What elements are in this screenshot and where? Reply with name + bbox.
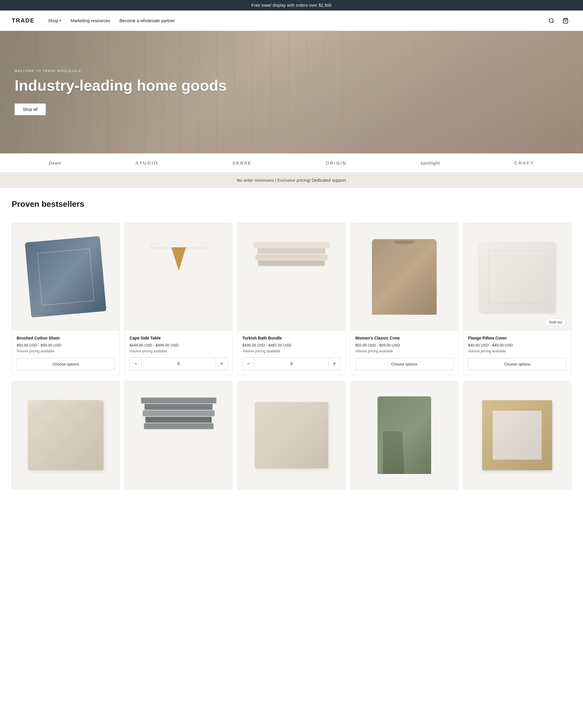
benefits-text: No order minimums | Exclusive pricing| D… [237, 178, 346, 183]
product-name: Flange Pillow Cover [468, 335, 566, 341]
section-title: Proven bestsellers [12, 200, 571, 209]
product-grid-row2 [0, 381, 583, 501]
product-image-row2-5 [464, 381, 571, 489]
product-card-row2-1 [12, 381, 120, 489]
nav: Shop ▾ Marketing resources Become a whol… [44, 16, 546, 25]
product-info: Flange Pillow Cover $40.00 USD - $49.00 … [464, 331, 571, 375]
towel-item [258, 248, 326, 254]
towel-item [258, 260, 325, 266]
product-card-brushed-cotton-sham: Brushed Cotton Sham $50.00 USD - $59.00 … [12, 223, 120, 375]
product-price: $40.00 USD - $49.00 USD [468, 343, 566, 347]
qty-decrease-button[interactable]: − [130, 358, 141, 370]
qty-value: 0 [141, 359, 216, 369]
product-image-row2-4 [351, 381, 458, 489]
product-name: Women's Classic Crew [355, 335, 453, 341]
product-volume: Volume pricing available [242, 349, 340, 353]
brand-studio[interactable]: STUDIO [135, 160, 158, 165]
quantity-stepper: − 0 + [242, 357, 340, 370]
product-name: Turkish Bath Bundle [242, 335, 340, 341]
svg-point-0 [550, 18, 553, 22]
quantity-stepper: − 0 + [130, 357, 228, 370]
search-icon [549, 18, 554, 24]
product-image-placeholder [482, 400, 552, 470]
qty-increase-button[interactable]: + [216, 358, 227, 370]
choose-options-button[interactable]: Choose options [468, 358, 566, 370]
towel-item [254, 242, 329, 247]
product-price: $50.00 USD - $59.00 USD [17, 343, 115, 347]
brand-logos-bar: Dawn STUDIO SENSE ORIGIN spotlight CRAFT [0, 153, 583, 173]
logo[interactable]: TRADE [12, 17, 35, 24]
product-image-placeholder [28, 400, 103, 470]
product-image-brushed-cotton [12, 223, 119, 331]
cart-icon [563, 18, 568, 24]
svg-line-1 [553, 22, 554, 23]
bestsellers-section: Proven bestsellers [0, 188, 583, 223]
product-info: Cape Side Table $449.00 USD - $499.00 US… [125, 331, 232, 375]
sold-out-badge: Sold out [545, 318, 566, 326]
product-volume: Volume pricing available [130, 349, 228, 353]
table-base [171, 247, 186, 271]
product-card-womens-classic-crew: Women's Classic Crew $50.00 USD - $59.00… [351, 223, 459, 375]
product-card-row2-2 [124, 381, 232, 489]
choose-options-button[interactable]: Choose options [17, 358, 115, 370]
product-info: Women's Classic Crew $50.00 USD - $59.00… [351, 331, 458, 375]
product-image-placeholder [378, 396, 432, 474]
product-image-placeholder [255, 402, 328, 469]
towel-item [256, 254, 327, 260]
brand-craft[interactable]: CRAFT [514, 160, 534, 165]
product-image-flange-pillow: Sold out [464, 223, 571, 331]
product-card-flange-pillow: Sold out Flange Pillow Cover $40.00 USD … [463, 223, 571, 375]
nav-wholesale[interactable]: Become a wholesale partner [115, 16, 179, 25]
product-grid-row1: Brushed Cotton Sham $50.00 USD - $59.00 … [0, 223, 583, 381]
hero-title: Industry-leading home goods [15, 77, 227, 94]
product-image-placeholder [479, 242, 555, 312]
product-price: $449.00 USD - $499.00 USD [130, 343, 228, 347]
qty-decrease-button[interactable]: − [243, 358, 254, 370]
product-info: Turkish Bath Bundle $430.00 USD - $467.0… [238, 331, 345, 375]
nav-shop[interactable]: Shop ▾ [44, 16, 66, 25]
announcement-bar: Free towel display with orders over $2,5… [0, 0, 583, 10]
towel-item [143, 410, 215, 416]
product-volume: Volume pricing available [355, 349, 453, 354]
product-price: $50.00 USD - $59.00 USD [355, 343, 453, 347]
hero-subtitle: WELCOME TO TRADE WHOLESALE [15, 69, 227, 73]
header-actions [546, 15, 571, 27]
brand-spotlight[interactable]: spotlight [421, 160, 440, 165]
product-card-turkish-bath: Turkish Bath Bundle $430.00 USD - $467.0… [237, 223, 345, 375]
nav-marketing[interactable]: Marketing resources [66, 16, 115, 25]
product-image-turkish-bath [238, 223, 345, 331]
product-info: Brushed Cotton Sham $50.00 USD - $59.00 … [12, 331, 119, 375]
product-image-cape-table [125, 223, 232, 331]
product-image-row2-2 [125, 381, 232, 489]
product-card-row2-4 [351, 381, 459, 489]
product-name: Brushed Cotton Sham [17, 335, 115, 341]
towel-item [145, 417, 212, 423]
product-card-cape-side-table: Cape Side Table $449.00 USD - $499.00 US… [124, 223, 232, 375]
choose-options-button[interactable]: Choose options [355, 358, 453, 370]
gray-towel-stack [141, 397, 216, 473]
cart-button[interactable] [560, 15, 571, 27]
product-image-row2-1 [12, 381, 119, 489]
qty-increase-button[interactable]: + [329, 358, 340, 370]
hero-content: WELCOME TO TRADE WHOLESALE Industry-lead… [0, 57, 241, 127]
search-button[interactable] [546, 15, 557, 27]
qty-value: 0 [254, 359, 329, 369]
brand-origin[interactable]: ORIGIN [326, 160, 346, 165]
product-price: $430.00 USD - $467.00 USD [242, 343, 340, 347]
brand-sense[interactable]: SENSE [232, 160, 252, 165]
towel-item [144, 423, 213, 429]
chevron-down-icon: ▾ [59, 19, 61, 23]
brand-dawn[interactable]: Dawn [49, 160, 61, 165]
product-image-placeholder [25, 236, 107, 318]
product-name: Cape Side Table [130, 335, 228, 341]
hero-section: WELCOME TO TRADE WHOLESALE Industry-lead… [0, 31, 583, 153]
product-volume: Volume pricing available [17, 349, 115, 354]
towel-item [145, 404, 213, 410]
towel-item [141, 397, 216, 404]
towel-stack [254, 242, 329, 312]
shop-all-button[interactable]: Shop all [15, 104, 46, 115]
product-image-row2-3 [238, 381, 345, 489]
product-image-placeholder [372, 239, 437, 314]
product-image-womens-crew [351, 223, 458, 331]
product-card-row2-5 [463, 381, 571, 489]
